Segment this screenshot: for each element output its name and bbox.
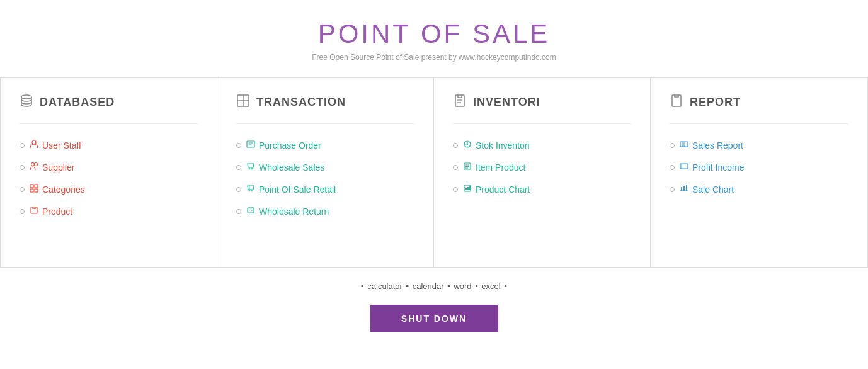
transaction-menu: Purchase Order Wholesale Sales (236, 140, 414, 217)
profit-icon (680, 162, 688, 173)
user-icon (30, 140, 38, 150)
list-item: Sales Report (670, 140, 848, 150)
footer-bullet: • (361, 281, 366, 291)
bullet-wholesale (236, 165, 241, 170)
footer-sep2: • (447, 281, 452, 291)
col-databased: DATABASED User Staff Supplier (1, 78, 217, 267)
categories-icon (30, 184, 38, 195)
svg-point-2 (31, 163, 35, 166)
point-of-sale-retail-link[interactable]: Point Of Sale Retail (246, 184, 336, 195)
user-staff-link[interactable]: User Staff (30, 140, 81, 150)
item-icon (463, 162, 472, 173)
svg-rect-5 (35, 184, 38, 188)
purchase-order-link[interactable]: Purchase Order (246, 140, 321, 150)
page-header: POINT OF SALE Free Open Source Point of … (312, 0, 556, 71)
list-item: Profit Income (670, 162, 848, 173)
bullet-sales-report (670, 143, 675, 148)
col-report: REPORT Sales Report Profit Income (651, 78, 867, 267)
product-link[interactable]: Product (30, 206, 72, 217)
bullet-product-chart (453, 187, 458, 192)
list-item: User Staff (20, 140, 198, 150)
svg-rect-30 (465, 188, 467, 190)
product-icon (30, 206, 38, 217)
footer-button-area: SHUT DOWN (370, 298, 498, 351)
word-link[interactable]: word (454, 281, 471, 291)
svg-rect-39 (681, 187, 682, 191)
bullet-categories (20, 187, 25, 192)
list-item: Wholesale Sales (236, 162, 414, 173)
report-icon (670, 94, 683, 111)
wholesale-sales-link[interactable]: Wholesale Sales (246, 162, 324, 173)
transaction-title: TRANSACTION (256, 96, 346, 109)
col-transaction: TRANSACTION Purchase Order Wholesa (217, 78, 434, 267)
svg-rect-32 (469, 186, 471, 190)
item-product-link[interactable]: Item Product (463, 162, 525, 173)
report-header: REPORT (670, 94, 848, 124)
wholesale-return-link[interactable]: Wholesale Return (246, 206, 329, 217)
excel-link[interactable]: excel (481, 281, 500, 291)
bullet-retail (236, 187, 241, 192)
svg-point-1 (32, 140, 36, 144)
stok-inventori-link[interactable]: Stok Inventori (463, 140, 530, 150)
return-icon (246, 206, 255, 217)
database-icon (20, 94, 33, 111)
profit-income-link[interactable]: Profit Income (680, 162, 744, 173)
footer-bullet2: • (504, 281, 507, 291)
transaction-icon (236, 94, 250, 111)
page-title: POINT OF SALE (312, 19, 556, 49)
sale-chart-link[interactable]: Sale Chart (680, 184, 734, 195)
svg-rect-4 (30, 184, 33, 188)
list-item: Product (20, 206, 198, 217)
supplier-link[interactable]: Supplier (30, 162, 74, 173)
bullet-return (236, 209, 241, 214)
databased-header: DATABASED (20, 94, 198, 124)
purchase-icon (246, 140, 255, 150)
bullet-item (453, 165, 458, 170)
chart-icon (463, 184, 472, 195)
wholesale-icon (246, 162, 255, 173)
categories-link[interactable]: Categories (30, 184, 85, 195)
svg-rect-6 (30, 189, 33, 192)
retail-icon (246, 184, 255, 195)
product-chart-link[interactable]: Product Chart (463, 184, 530, 195)
stok-icon (463, 140, 472, 150)
list-item: Categories (20, 184, 198, 195)
bullet-purchase (236, 143, 241, 148)
main-grid: DATABASED User Staff Supplier (0, 77, 868, 268)
list-item: Sale Chart (670, 184, 848, 195)
sales-report-link[interactable]: Sales Report (680, 140, 743, 150)
footer-sep1: • (406, 281, 411, 291)
bullet-sale-chart (670, 187, 675, 192)
bullet-supplier (20, 165, 25, 170)
inventory-icon (453, 94, 467, 111)
report-menu: Sales Report Profit Income S (670, 140, 848, 195)
calculator-link[interactable]: calculator (367, 281, 403, 291)
list-item: Purchase Order (236, 140, 414, 150)
col-inventori: INVENTORI Stok Inventori Item Prod (434, 78, 651, 267)
svg-rect-7 (35, 189, 38, 192)
supplier-icon (30, 162, 38, 173)
transaction-header: TRANSACTION (236, 94, 414, 124)
svg-point-14 (251, 168, 253, 169)
bullet-product (20, 209, 25, 214)
list-item: Item Product (453, 162, 631, 173)
list-item: Wholesale Return (236, 206, 414, 217)
list-item: Point Of Sale Retail (236, 184, 414, 195)
shutdown-button[interactable]: SHUT DOWN (370, 305, 498, 332)
bullet-user (20, 143, 25, 148)
svg-rect-20 (455, 95, 464, 106)
page-subtitle: Free Open Source Point of Sale present b… (312, 53, 556, 62)
databased-menu: User Staff Supplier Categori (20, 140, 198, 217)
svg-point-24 (467, 144, 468, 145)
sale-chart-icon (680, 184, 688, 195)
svg-point-3 (35, 163, 38, 166)
svg-point-13 (249, 168, 250, 169)
footer-sep3: • (475, 281, 480, 291)
databased-title: DATABASED (40, 96, 115, 109)
svg-point-15 (249, 190, 250, 191)
svg-rect-41 (686, 184, 687, 191)
bullet-stok (453, 143, 458, 148)
inventori-title: INVENTORI (473, 96, 540, 109)
calendar-link[interactable]: calendar (413, 281, 444, 291)
bullet-profit (670, 165, 675, 170)
